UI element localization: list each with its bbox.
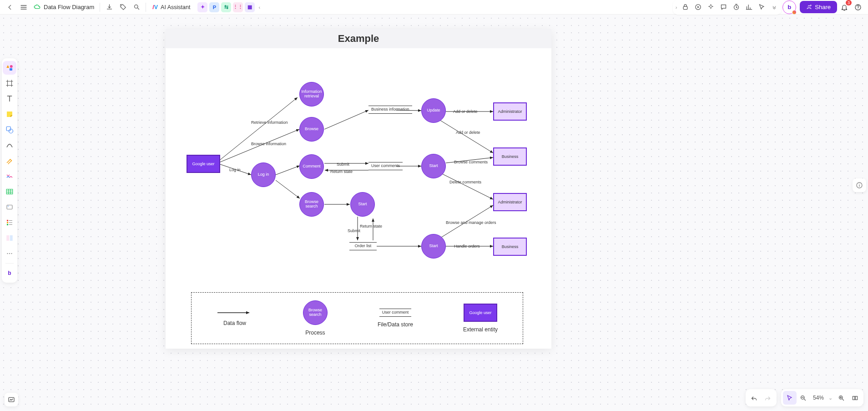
comment-button[interactable]	[717, 1, 730, 14]
more-tools-button[interactable]	[768, 1, 781, 14]
chart-button[interactable]	[742, 1, 755, 14]
doc-title-text: Data Flow Diagram	[44, 4, 94, 10]
zoom-out-button[interactable]	[797, 391, 810, 405]
text-tool[interactable]	[3, 92, 16, 106]
entity-admin-2[interactable]: Administrator	[493, 193, 527, 211]
diagram-canvas[interactable]: Google user Administrator Business Admin…	[166, 48, 551, 349]
svg-rect-10	[6, 189, 13, 194]
svg-rect-8	[6, 127, 10, 131]
edge-label: Submit	[337, 162, 349, 167]
card-tool[interactable]	[3, 200, 16, 214]
datastore-business-info[interactable]: Business information	[368, 106, 412, 114]
legend-entity: Google user External entity	[463, 304, 498, 333]
svg-rect-15	[6, 235, 9, 241]
line-tool[interactable]	[3, 138, 16, 152]
separator	[5, 263, 14, 264]
panel-tool[interactable]	[3, 231, 16, 245]
chevron-left-icon[interactable]: ‹	[257, 5, 262, 10]
label: Administrator	[498, 200, 522, 204]
pointer-mode-button[interactable]	[783, 391, 797, 405]
datastore-order-list[interactable]: Order list	[349, 242, 377, 250]
timer-button[interactable]	[730, 1, 742, 14]
label: Update	[427, 108, 440, 113]
label: Start	[429, 164, 438, 168]
process-start-3[interactable]: Start	[421, 234, 446, 259]
label: Business information	[371, 107, 409, 112]
collab-avatar[interactable]: ⇆	[221, 2, 231, 12]
process-login[interactable]: Log in	[251, 162, 276, 187]
legend-process-sample: Browse search	[303, 300, 328, 325]
entity-business-1[interactable]: Business	[493, 147, 527, 166]
process-info-retrieval[interactable]: Information retrieval	[299, 82, 324, 107]
process-browse-search[interactable]: Browse search	[299, 192, 324, 217]
svg-rect-12	[7, 220, 8, 221]
legend-box[interactable]: Data flow Browse search Process User com…	[191, 292, 523, 344]
zoom-in-button[interactable]	[834, 391, 848, 405]
entity-google-user[interactable]: Google user	[187, 155, 220, 173]
draw-tool[interactable]	[3, 154, 16, 167]
list-tool[interactable]	[3, 216, 16, 229]
ai-assistant-button[interactable]: /V AI Assistant	[149, 1, 194, 14]
share-button[interactable]: Share	[800, 1, 837, 13]
bottom-right-controls: 54% ⌄	[746, 389, 863, 406]
collab-avatar[interactable]: ▦	[245, 2, 255, 12]
help-button[interactable]	[852, 1, 864, 14]
collab-avatar[interactable]: ⋮⋮	[233, 2, 243, 12]
svg-point-0	[121, 5, 122, 6]
process-update[interactable]: Update	[421, 98, 446, 123]
info-button[interactable]	[853, 178, 866, 192]
canvas-area[interactable]: b 54% ⌄ Example	[0, 15, 868, 411]
download-button[interactable]	[103, 1, 116, 14]
process-start-2[interactable]: Start	[421, 154, 446, 178]
frame-tool[interactable]	[3, 76, 16, 90]
sparkle-button[interactable]	[704, 1, 717, 14]
legend-process: Browse search Process	[303, 300, 328, 336]
tag-button[interactable]	[116, 1, 129, 14]
process-browse[interactable]: Browse	[299, 117, 324, 142]
zoom-dropdown-icon[interactable]: ⌄	[827, 395, 834, 401]
fit-view-button[interactable]	[848, 391, 862, 405]
collab-avatar[interactable]: ✦	[197, 2, 207, 12]
lock-button[interactable]	[679, 1, 691, 14]
brand-icon[interactable]: b	[782, 0, 796, 14]
edge-label: Submit	[348, 228, 360, 233]
share-icon	[806, 4, 812, 10]
notification-badge: 3	[846, 0, 852, 5]
process-start-1[interactable]: Start	[350, 192, 375, 217]
svg-rect-2	[683, 6, 687, 9]
zoom-percentage[interactable]: 54%	[810, 395, 827, 401]
process-comment[interactable]: Comment	[299, 154, 324, 179]
menu-button[interactable]	[17, 1, 30, 14]
brand-tool[interactable]: b	[3, 266, 16, 280]
redo-button[interactable]	[761, 391, 775, 405]
back-button[interactable]	[4, 1, 16, 14]
legend-filestore: User comment File/Data store	[378, 309, 413, 328]
undo-redo-group	[746, 389, 777, 406]
entity-business-2[interactable]: Business	[493, 238, 527, 256]
chevron-right-icon[interactable]: ›	[674, 5, 679, 10]
table-tool[interactable]	[3, 185, 16, 198]
collab-avatar[interactable]: P	[209, 2, 219, 12]
sticky-note-tool[interactable]	[3, 107, 16, 121]
label: Log in	[258, 173, 269, 177]
minimap-button[interactable]	[5, 393, 18, 406]
shape-tool[interactable]	[3, 123, 16, 137]
doc-header: Example	[166, 29, 551, 48]
cursor-button[interactable]	[755, 1, 768, 14]
edge-label: Add or delete	[453, 109, 478, 114]
diagram-document[interactable]: Example	[166, 29, 551, 349]
label: Administrator	[498, 109, 522, 114]
undo-button[interactable]	[747, 391, 761, 405]
more-tool[interactable]	[3, 247, 16, 260]
notifications-button[interactable]: 3	[838, 1, 851, 14]
edge-label: Log in	[229, 167, 241, 172]
cloud-icon	[34, 3, 41, 11]
connector-tool[interactable]	[3, 169, 16, 183]
templates-tool[interactable]	[3, 61, 16, 75]
datastore-user-comments[interactable]: User comments	[368, 162, 403, 170]
entity-admin-1[interactable]: Administrator	[493, 102, 527, 121]
legend-label: External entity	[463, 326, 498, 333]
doc-title-area[interactable]: Data Flow Diagram	[31, 3, 97, 11]
play-button[interactable]	[691, 1, 704, 14]
search-button[interactable]	[130, 1, 143, 14]
